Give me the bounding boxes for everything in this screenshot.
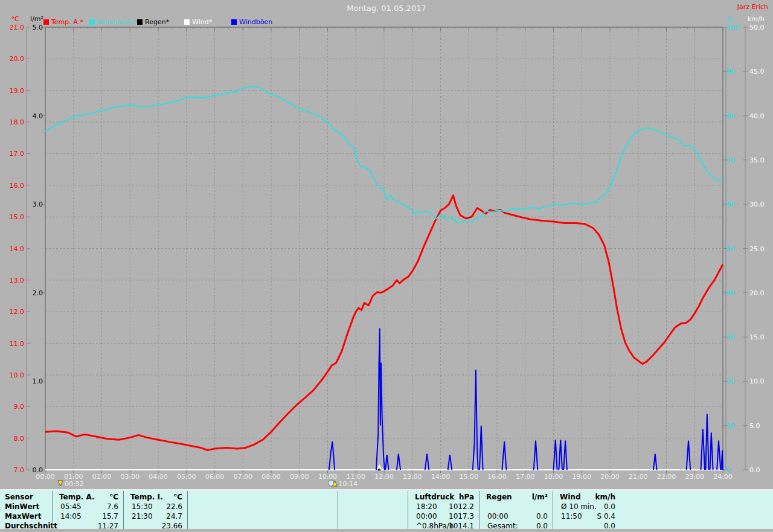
series-windboeen-spike bbox=[717, 441, 720, 470]
series-windboeen-spike bbox=[534, 441, 538, 470]
y-tick-temp: 12.0 bbox=[10, 308, 25, 316]
table-row-label: Sensor bbox=[5, 492, 33, 502]
series-windboeen-spike bbox=[563, 441, 567, 470]
table-col-unit: °C bbox=[52, 492, 118, 502]
series-windboeen-spike bbox=[559, 440, 562, 470]
table-col-unit: km/h bbox=[553, 492, 615, 502]
y-tick-wind: 50.0 bbox=[749, 24, 765, 31]
table-cell-value: 1012.2 bbox=[408, 502, 474, 511]
table-cell-value: 1017.3 bbox=[408, 511, 474, 521]
y-tick-temp: 14.0 bbox=[10, 245, 25, 253]
series-windboeen-spike bbox=[502, 441, 506, 470]
x-tick-label: 12:00 bbox=[374, 473, 394, 481]
table-divider bbox=[187, 491, 188, 530]
moon-marker-time: 00:32 bbox=[65, 480, 84, 488]
y-tick-rain: 3.0 bbox=[33, 200, 43, 208]
table-divider bbox=[553, 491, 553, 530]
x-tick-label: 05:00 bbox=[177, 473, 196, 481]
moonset-icon bbox=[58, 481, 63, 486]
series-windboeen-spike bbox=[480, 426, 483, 470]
moon-marker-time: 10:14 bbox=[338, 480, 358, 488]
x-tick-label: 21:00 bbox=[629, 473, 648, 481]
y-tick-temp: 10.0 bbox=[10, 371, 25, 379]
x-tick-label: 03:00 bbox=[120, 473, 140, 481]
x-tick-label: 13:00 bbox=[403, 473, 422, 481]
y-tick-pct: 10 bbox=[726, 422, 735, 430]
y-tick-temp: 7.0 bbox=[14, 466, 25, 474]
table-divider bbox=[479, 491, 480, 530]
y-tick-wind: 25.0 bbox=[749, 245, 765, 253]
series-windboeen-spike bbox=[721, 450, 723, 470]
y-tick-wind: 30.0 bbox=[749, 200, 765, 208]
series-windboeen-spike bbox=[329, 441, 335, 470]
table-cell-value: 0.0 bbox=[479, 511, 548, 521]
y-tick-temp: 13.0 bbox=[10, 277, 25, 284]
table-divider bbox=[52, 491, 53, 530]
y-tick-pct: 80 bbox=[726, 112, 735, 120]
series-windboeen-spike bbox=[448, 455, 452, 470]
y-tick-wind: 15.0 bbox=[749, 333, 765, 341]
x-tick-label: 24:00 bbox=[713, 473, 733, 481]
weather-chart: 21.020.019.018.017.016.015.014.013.012.0… bbox=[0, 0, 773, 532]
x-tick-label: 23:00 bbox=[685, 473, 704, 481]
y-tick-temp: 8.0 bbox=[14, 435, 25, 443]
table-cell-value: 15.7 bbox=[52, 511, 118, 521]
y-tick-wind: 5.0 bbox=[749, 422, 760, 430]
table-row-label: MaxWert bbox=[5, 511, 41, 521]
y-tick-pct: 50 bbox=[726, 245, 735, 253]
y-tick-temp: 15.0 bbox=[10, 213, 25, 221]
y-tick-pct: 90 bbox=[726, 68, 735, 75]
x-tick-label: 06:00 bbox=[205, 473, 225, 481]
series-windboeen-spike bbox=[687, 441, 691, 470]
y-tick-wind: 20.0 bbox=[749, 289, 765, 297]
series-windboeen-spike bbox=[425, 454, 429, 470]
table-cell-value: 0.0 bbox=[553, 502, 615, 511]
y-tick-pct: 100 bbox=[726, 24, 739, 31]
table-row-label: MinWert bbox=[5, 502, 39, 511]
table-divider bbox=[408, 491, 408, 530]
table-cell-value: 22.6 bbox=[123, 502, 182, 511]
table-cell-value: S 0.4 bbox=[553, 511, 615, 521]
series-windboeen-spike bbox=[397, 454, 400, 470]
y-tick-pct: 20 bbox=[726, 377, 735, 385]
x-tick-label: 17:00 bbox=[516, 473, 535, 481]
y-tick-pct: 60 bbox=[726, 200, 735, 208]
table-col-unit: °C bbox=[123, 492, 182, 502]
series-windboeen-spike bbox=[376, 328, 385, 470]
table-cell-value: 24.7 bbox=[123, 511, 182, 521]
series-windboeen-spike bbox=[706, 414, 709, 470]
series-windboeen-spike bbox=[385, 455, 388, 470]
y-tick-temp: 9.0 bbox=[14, 403, 25, 411]
x-tick-label: 22:00 bbox=[657, 473, 676, 481]
y-tick-rain: 4.0 bbox=[33, 112, 43, 120]
y-tick-wind: 10.0 bbox=[749, 377, 765, 385]
x-tick-label: 14:00 bbox=[431, 473, 451, 481]
weather-app-window: Montag, 01.05.2017 Jarz Erich °C l/m² % … bbox=[0, 0, 773, 532]
x-tick-label: 09:00 bbox=[290, 473, 309, 481]
y-tick-wind: 40.0 bbox=[749, 112, 765, 120]
table-col-unit: l/m² bbox=[479, 492, 548, 502]
x-tick-label: 00:00 bbox=[36, 473, 55, 481]
y-tick-temp: 16.0 bbox=[10, 182, 25, 190]
series-windboeen-spike bbox=[701, 429, 705, 470]
y-tick-wind: 35.0 bbox=[749, 156, 765, 164]
y-tick-temp: 20.0 bbox=[10, 55, 25, 63]
x-tick-label: 02:00 bbox=[92, 473, 112, 481]
y-tick-wind: 45.0 bbox=[749, 68, 765, 75]
y-tick-wind: 0.0 bbox=[749, 466, 760, 474]
y-tick-temp: 11.0 bbox=[10, 340, 25, 348]
x-tick-label: 18:00 bbox=[544, 473, 563, 481]
y-tick-pct: 30 bbox=[726, 333, 735, 341]
series-windboeen-spike bbox=[653, 454, 657, 470]
y-tick-rain: 2.0 bbox=[33, 289, 43, 297]
y-tick-pct: 40 bbox=[726, 289, 735, 297]
stats-table: SensorMinWertMaxWertDurchschnittTemp. A.… bbox=[0, 489, 773, 530]
x-tick-label: 07:00 bbox=[233, 473, 252, 481]
x-tick-label: 15:00 bbox=[459, 473, 478, 481]
y-tick-pct: 70 bbox=[726, 156, 735, 164]
table-cell-value: 7.6 bbox=[52, 502, 118, 511]
x-tick-label: 08:00 bbox=[261, 473, 281, 481]
y-tick-temp: 21.0 bbox=[10, 24, 25, 31]
window-bottom-strip bbox=[0, 529, 773, 532]
table-divider bbox=[123, 491, 124, 530]
